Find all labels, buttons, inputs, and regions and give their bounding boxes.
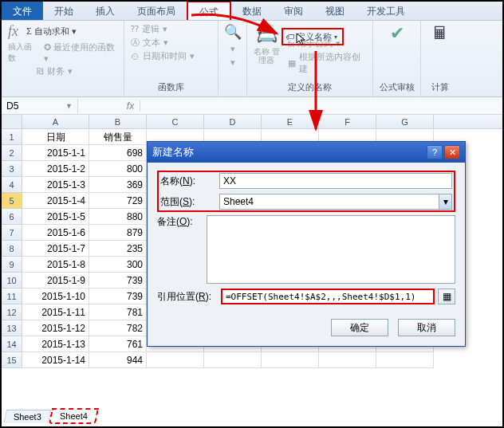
col-F[interactable]: F <box>319 115 376 128</box>
cell[interactable]: 2015-1-10 <box>22 289 89 304</box>
cell[interactable]: 2015-1-12 <box>22 320 89 336</box>
row-header[interactable]: 15 <box>2 352 22 368</box>
row-header[interactable]: 6 <box>2 209 22 225</box>
tab-formula[interactable]: 公式 <box>187 1 231 20</box>
cell[interactable] <box>319 352 376 368</box>
cell[interactable]: 2015-1-9 <box>22 273 89 289</box>
tab-data[interactable]: 数据 <box>231 2 273 20</box>
formula-bar: D5▼ fx <box>2 97 502 115</box>
row-header[interactable]: 11 <box>2 289 22 304</box>
col-D[interactable]: D <box>204 115 262 128</box>
cell[interactable]: 698 <box>89 145 147 161</box>
cell[interactable] <box>262 352 319 368</box>
cell[interactable]: 2015-1-7 <box>22 241 89 257</box>
cell[interactable]: 880 <box>89 209 147 225</box>
column-headers: A B C D E F G <box>2 115 502 129</box>
tab-file[interactable]: 文件 <box>2 2 43 20</box>
ref-input[interactable] <box>221 289 435 304</box>
create-from-selection-button[interactable]: ▦ 根据所选内容创建 <box>286 50 368 76</box>
row-header[interactable]: 13 <box>2 320 22 336</box>
col-B[interactable]: B <box>89 115 147 128</box>
cell[interactable]: 销售量 <box>89 129 147 145</box>
cell[interactable]: 日期 <box>22 129 89 145</box>
cell[interactable]: 944 <box>89 352 147 368</box>
text-button[interactable]: Ⓐ 文本 ▾ <box>129 36 213 49</box>
cell[interactable]: 800 <box>89 161 147 177</box>
row-header[interactable]: 1 <box>2 129 22 145</box>
range-picker-button[interactable]: ▦ <box>438 289 455 304</box>
sheet-tabs: Sheet3 Sheet4 <box>5 408 97 424</box>
chevron-down-icon[interactable]: ▾ <box>439 194 452 210</box>
tab-review[interactable]: 审阅 <box>273 2 314 20</box>
row-header[interactable]: 7 <box>2 225 22 241</box>
col-G[interactable]: G <box>376 115 434 128</box>
formula-audit-button[interactable]: ✔ <box>378 22 415 45</box>
cell[interactable]: 2015-1-6 <box>22 225 89 241</box>
cell[interactable]: 739 <box>89 289 147 304</box>
autosum-button[interactable]: 自动求和 <box>34 26 69 36</box>
tab-view[interactable]: 视图 <box>314 2 356 20</box>
row-header[interactable]: 5 <box>2 193 22 209</box>
cell[interactable]: 2015-1-11 <box>22 304 89 320</box>
sheet-tab-4[interactable]: Sheet4 <box>49 408 99 424</box>
cell[interactable]: 300 <box>89 257 147 273</box>
cell[interactable]: 782 <box>89 320 147 336</box>
cell[interactable]: 781 <box>89 304 147 320</box>
name-manager-button[interactable]: 📇 名称 管理器 <box>252 22 282 76</box>
col-A[interactable]: A <box>22 115 89 128</box>
cell[interactable]: 2015-1-5 <box>22 209 89 225</box>
row-header[interactable]: 14 <box>2 336 22 352</box>
row-header[interactable]: 2 <box>2 145 22 161</box>
name-input[interactable] <box>219 173 452 189</box>
cell[interactable]: 369 <box>89 177 147 193</box>
cell[interactable]: 2015-1-2 <box>22 161 89 177</box>
calc-button[interactable]: 🖩 <box>426 22 455 45</box>
tab-insert[interactable]: 插入 <box>85 2 126 20</box>
cell[interactable]: 235 <box>89 241 147 257</box>
memo-label: 备注(O): <box>157 215 203 229</box>
dialog-titlebar[interactable]: 新建名称 ? ✕ <box>148 142 465 163</box>
tab-dev[interactable]: 开发工具 <box>356 2 416 20</box>
cell[interactable]: 2015-1-4 <box>22 193 89 209</box>
finance-button[interactable]: ₪ 财务 ▾ <box>35 65 119 78</box>
tab-start[interactable]: 开始 <box>43 2 85 20</box>
select-all-corner[interactable] <box>2 115 22 128</box>
scope-select[interactable] <box>219 194 439 210</box>
fx-button[interactable]: fx <box>121 100 140 112</box>
cancel-button[interactable]: 取消 <box>398 319 455 336</box>
ribbon-tabs: 文件 开始 插入 页面布局 公式 数据 审阅 视图 开发工具 <box>2 2 502 21</box>
memo-textarea[interactable] <box>207 215 455 284</box>
cell[interactable]: 729 <box>89 193 147 209</box>
define-name-highlight[interactable]: 🏷定义名称▾ <box>282 28 344 45</box>
row-header[interactable]: 4 <box>2 177 22 193</box>
row-header[interactable]: 12 <box>2 304 22 320</box>
ok-button[interactable]: 确定 <box>331 319 388 336</box>
insert-function-button[interactable]: 插入函数 ✪ 最近使用的函数 ▾ <box>6 41 119 65</box>
cell[interactable]: 2015-1-3 <box>22 177 89 193</box>
cell[interactable]: 2015-1-13 <box>22 336 89 352</box>
cell[interactable]: 2015-1-1 <box>22 145 89 161</box>
cell[interactable] <box>147 352 204 368</box>
cell[interactable]: 761 <box>89 336 147 352</box>
tag-icon: 🏷 <box>285 32 294 41</box>
datetime-button[interactable]: ⏲ 日期和时间 ▾ <box>129 49 213 63</box>
row-header[interactable]: 9 <box>2 257 22 273</box>
row-header[interactable]: 8 <box>2 241 22 257</box>
row-header[interactable]: 10 <box>2 273 22 289</box>
cell[interactable]: 2015-1-14 <box>22 352 89 368</box>
col-C[interactable]: C <box>147 115 204 128</box>
cell[interactable]: 879 <box>89 225 147 241</box>
help-button[interactable]: ? <box>427 145 443 159</box>
col-E[interactable]: E <box>262 115 319 128</box>
cell[interactable] <box>204 352 262 368</box>
tab-layout[interactable]: 页面布局 <box>126 2 187 20</box>
cell[interactable]: 739 <box>89 273 147 289</box>
cell[interactable] <box>376 352 434 368</box>
close-button[interactable]: ✕ <box>444 145 460 159</box>
name-box[interactable]: D5▼ <box>2 99 78 113</box>
logic-button[interactable]: ⁇ 逻辑 ▾ <box>129 22 213 36</box>
cell[interactable]: 2015-1-8 <box>22 257 89 273</box>
ref-label: 引用位置(R): <box>157 290 218 304</box>
sheet-tab-3[interactable]: Sheet3 <box>3 410 51 423</box>
row-header[interactable]: 3 <box>2 161 22 177</box>
